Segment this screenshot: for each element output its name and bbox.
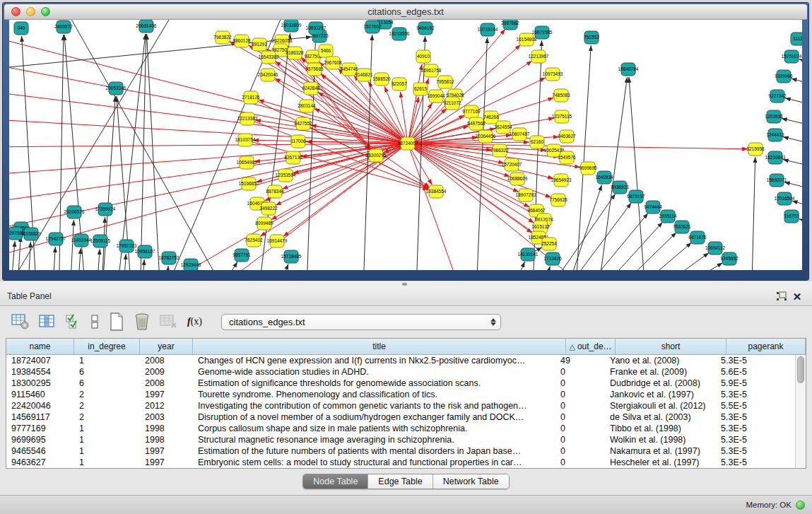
graph-node[interactable] [24,228,38,240]
graph-node[interactable] [306,50,320,63]
graph-node[interactable] [392,28,406,40]
graph-node[interactable] [74,234,88,247]
graph-node[interactable] [768,151,782,164]
graph-node[interactable] [621,63,635,76]
delete-attribute-icon[interactable] [134,313,151,331]
column-header-name[interactable]: name [6,339,74,354]
graph-node[interactable] [93,235,107,247]
graph-node[interactable] [768,129,782,141]
function-builder-icon[interactable]: f(x) [187,313,202,331]
graph-node[interactable] [57,21,71,33]
graph-node[interactable] [235,249,249,262]
graph-node[interactable] [14,22,28,35]
graph-node[interactable] [555,110,569,123]
table-row[interactable]: 1938455462009Genome-wide association stu… [6,366,795,378]
graph-node[interactable] [784,50,799,63]
graph-node[interactable] [242,177,256,190]
graph-edge[interactable] [271,264,288,270]
graph-node[interactable] [238,134,252,146]
graph-node[interactable] [184,259,198,270]
graph-node[interactable] [98,203,112,216]
graph-edge[interactable] [583,222,663,270]
graph-node[interactable] [484,111,498,124]
graph-node[interactable] [326,57,340,69]
graph-node[interactable] [493,144,507,157]
graph-node[interactable] [531,50,546,63]
graph-node[interactable] [770,90,784,103]
graph-node[interactable] [67,206,81,218]
graph-node[interactable] [319,45,333,57]
graph-edge[interactable] [782,118,802,129]
graph-node[interactable] [424,64,438,77]
graph-node[interactable] [445,97,459,110]
graph-node[interactable] [261,51,276,64]
graph-edge[interactable] [207,262,237,270]
graph-node[interactable] [496,121,510,134]
graph-node[interactable] [546,252,560,265]
graph-node[interactable] [270,235,284,247]
graph-node[interactable] [261,202,276,215]
graph-node[interactable] [708,242,722,255]
scrollbar-thumb[interactable] [797,356,804,383]
graph-node[interactable] [413,83,428,95]
divider-grip-icon[interactable] [402,283,407,286]
graph-edge[interactable] [504,262,525,270]
window-titlebar[interactable]: citations_edges.txt [4,4,807,20]
graph-edge[interactable] [16,236,20,270]
column-header-short[interactable]: short [616,339,726,354]
graph-node[interactable] [304,82,318,95]
show-column-icon[interactable] [39,313,56,331]
graph-edge[interactable] [69,220,73,270]
column-header-out_de[interactable]: △out_de… [566,339,616,354]
graph-node[interactable] [505,158,519,171]
graph-node[interactable] [401,137,415,150]
select-columns-icon[interactable] [65,313,81,331]
graph-node[interactable] [284,20,298,32]
graph-edge[interactable] [784,182,802,193]
table-row[interactable]: 946362711997Embryonic stem cells: a mode… [6,457,795,468]
graph-node[interactable] [244,91,258,104]
close-panel-icon[interactable]: ✕ [789,290,805,303]
graph-node[interactable] [675,221,689,233]
graph-node[interactable] [268,185,282,198]
graph-edge[interactable] [318,92,408,144]
graph-node[interactable] [309,22,323,35]
graph-node[interactable] [300,100,314,112]
graph-edge[interactable] [751,157,755,270]
graph-node[interactable] [519,33,534,46]
graph-node[interactable] [119,240,134,252]
graph-edge[interactable] [260,144,408,236]
column-header-in_degree[interactable]: in_degree [74,339,140,354]
graph-edge[interactable] [9,144,408,204]
column-header-year[interactable]: year [140,339,193,354]
graph-node[interactable] [767,110,781,123]
graph-edge[interactable] [122,254,126,270]
table-row[interactable]: 1830029562008Estimation of significance … [6,378,795,389]
network-canvas[interactable]: 1872400779638228860128891293232260589827… [9,20,802,270]
graph-node[interactable] [286,151,300,164]
graph-node[interactable] [278,169,293,182]
graph-node[interactable] [661,210,675,223]
column-header-title[interactable]: title [193,339,566,354]
graph-node[interactable] [162,252,176,264]
row-height-icon[interactable] [90,313,100,331]
vertical-scrollbar[interactable] [795,355,806,468]
graph-node[interactable] [429,185,443,198]
graph-edge[interactable] [575,45,591,270]
graph-edge[interactable] [52,247,55,270]
graph-node[interactable] [357,69,371,81]
graph-node[interactable] [252,38,266,51]
table-row[interactable]: 1456911722003Disruption of a novel membe… [6,411,795,423]
graph-node[interactable] [546,68,560,81]
graph-edge[interactable] [560,185,602,270]
table-row[interactable]: 911546021997Tourette syndrome. Phenomeno… [6,389,795,400]
tab-node-table[interactable]: Node Table [303,474,368,489]
graph-node[interactable] [597,171,611,184]
graph-node[interactable] [392,78,406,90]
table-row[interactable]: 946554611997Estimation of the future num… [6,445,795,457]
graph-node[interactable] [777,192,792,205]
graph-node[interactable] [375,73,389,86]
graph-node[interactable] [9,227,23,240]
new-table-icon[interactable] [109,313,124,331]
graph-node[interactable] [510,173,524,185]
